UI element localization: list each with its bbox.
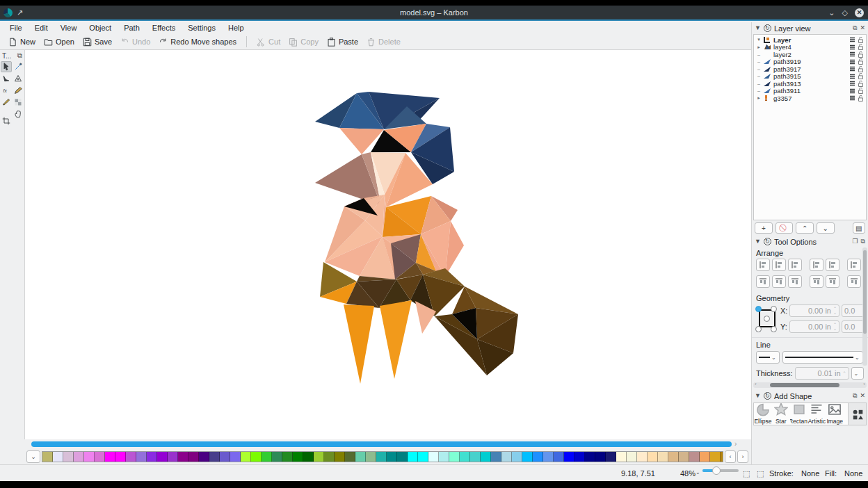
color-swatch-65[interactable] [721,452,723,462]
menu-edit[interactable]: Edit [29,22,54,33]
select-tool-icon[interactable] [1,61,12,72]
ungroup-shapes-button[interactable] [847,275,861,288]
lock-icon[interactable] [858,88,864,94]
layer-properties-icon[interactable] [849,88,855,94]
anchor-center[interactable] [764,316,770,322]
menu-effects[interactable]: Effects [147,22,181,33]
layer-row-layer4[interactable]: ▸layer4 [754,44,866,51]
group-shapes-button[interactable] [847,259,861,271]
lock-icon[interactable] [858,58,864,65]
color-swatch-36[interactable] [418,452,428,462]
expander-icon[interactable]: ▸ [756,44,762,50]
color-swatch-59[interactable] [658,452,668,462]
color-swatch-58[interactable] [648,452,658,462]
float-dock-icon[interactable]: ⧉ [17,51,22,60]
color-swatch-5[interactable] [95,452,105,462]
color-swatch-41[interactable] [470,452,481,462]
color-swatch-15[interactable] [199,452,209,462]
color-swatch-13[interactable] [178,452,188,462]
color-swatch-14[interactable] [188,452,199,462]
color-swatch-39[interactable] [449,452,460,462]
align-top-button[interactable] [756,275,770,288]
lowpoly-bird-artwork[interactable] [313,89,522,388]
color-swatch-9[interactable] [136,452,147,462]
shape-collection-button[interactable] [848,403,866,425]
color-swatch-52[interactable] [585,452,595,462]
palette-menu-button[interactable]: ⌄ [26,450,40,463]
redo-move-shapes-button[interactable]: Redo Move shapes [154,36,241,48]
lower-layer-button[interactable]: ⌄ [817,222,835,234]
minimize-button[interactable]: ⌄ [828,9,835,17]
color-swatch-55[interactable] [616,452,627,462]
shape-rectan[interactable]: Rectanı [790,403,808,425]
palette-prev-button[interactable]: ‹ [725,450,736,463]
color-swatch-38[interactable] [439,452,449,462]
layer-properties-icon[interactable] [849,66,855,72]
maximize-button[interactable]: ◇ [842,9,848,17]
color-swatch-47[interactable] [533,452,543,462]
raise-layer-button[interactable]: ⌃ [796,222,814,234]
collapse-panel-icon[interactable]: ▼ [755,238,761,245]
zoom-slider-handle[interactable] [712,466,721,475]
layer-properties-icon[interactable] [849,37,855,42]
save-button[interactable]: Save [79,36,116,48]
tool-options-scrollbar[interactable] [862,247,867,366]
color-swatch-43[interactable] [491,452,501,462]
color-swatch-46[interactable] [522,452,533,462]
line-style-combo[interactable]: ⌄ [782,351,863,364]
width-field[interactable]: 0.0 [842,304,865,317]
add-layer-button[interactable]: + [755,222,773,234]
lock-icon[interactable] [858,44,864,50]
color-swatch-27[interactable] [324,452,335,462]
color-swatch-30[interactable] [355,452,366,462]
delete-layer-button[interactable]: ⃠ [775,222,794,234]
color-swatch-7[interactable] [115,452,126,462]
thickness-field[interactable]: 0.01 in⌃ [795,367,849,380]
color-swatch-50[interactable] [564,452,574,462]
brush-tool-icon[interactable] [1,97,12,108]
color-swatch-51[interactable] [574,452,585,462]
open-button[interactable]: Open [40,36,79,48]
color-swatch-28[interactable] [335,452,345,462]
line-cap-combo[interactable]: ⌄ [756,351,780,364]
layer-properties-icon[interactable] [849,44,855,50]
distribute-center-v-button[interactable] [826,275,839,288]
shape-ellipse[interactable]: Ellipse [754,403,772,425]
menu-path[interactable]: Path [118,22,145,33]
layer-row-g3357[interactable]: ▸g3357 [754,95,866,102]
zoom-slider[interactable] [702,469,739,472]
anchor-point-selector[interactable] [755,305,778,333]
color-swatch-64[interactable] [710,452,721,462]
anchor-bottom-right[interactable] [771,326,777,332]
float-panel-icon[interactable]: ⧉ [861,238,865,245]
color-swatch-24[interactable] [293,452,303,462]
layer-properties-icon[interactable] [849,74,855,79]
menu-settings[interactable]: Settings [182,22,221,33]
color-swatch-35[interactable] [408,452,418,462]
height-field[interactable]: 0.0 [842,320,865,333]
distribute-center-h-button[interactable] [826,259,839,271]
color-swatch-19[interactable] [241,452,251,462]
new-doc-icon[interactable]: ❐ [852,238,858,245]
color-swatch-12[interactable] [168,452,178,462]
expander-icon[interactable]: ▾ [756,37,762,42]
color-swatch-63[interactable] [700,452,710,462]
color-swatch-49[interactable] [554,452,564,462]
layer-row-path3917[interactable]: –path3917 [754,65,866,73]
color-swatch-0[interactable] [42,452,53,462]
close-panel-icon[interactable]: ✕ [860,393,865,399]
color-swatch-53[interactable] [595,452,606,462]
color-swatch-26[interactable] [314,452,324,462]
color-swatch-23[interactable] [282,452,293,462]
color-swatch-1[interactable] [53,452,63,462]
color-swatch-40[interactable] [460,452,470,462]
bird-polygon[interactable] [380,300,412,379]
tool-options-hscrollbar[interactable]: ‹› [753,382,867,388]
color-swatch-22[interactable] [272,452,282,462]
paste-button[interactable]: Paste [323,36,362,48]
horizontal-scrollbar-thumb[interactable] [31,441,732,447]
layer-properties-icon[interactable] [849,51,855,57]
color-swatch-25[interactable] [303,452,314,462]
align-right-button[interactable] [788,259,802,271]
close-button[interactable]: ✕ [855,8,864,17]
